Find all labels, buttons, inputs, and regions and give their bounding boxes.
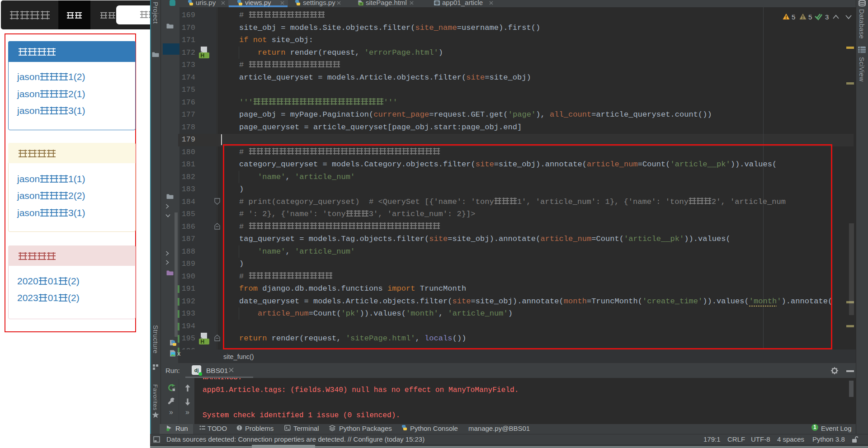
svg-text:H: H bbox=[201, 52, 205, 58]
svg-text:dj: dj bbox=[194, 368, 199, 373]
svg-text:H: H bbox=[360, 2, 362, 6]
svg-text:H: H bbox=[201, 339, 205, 344]
